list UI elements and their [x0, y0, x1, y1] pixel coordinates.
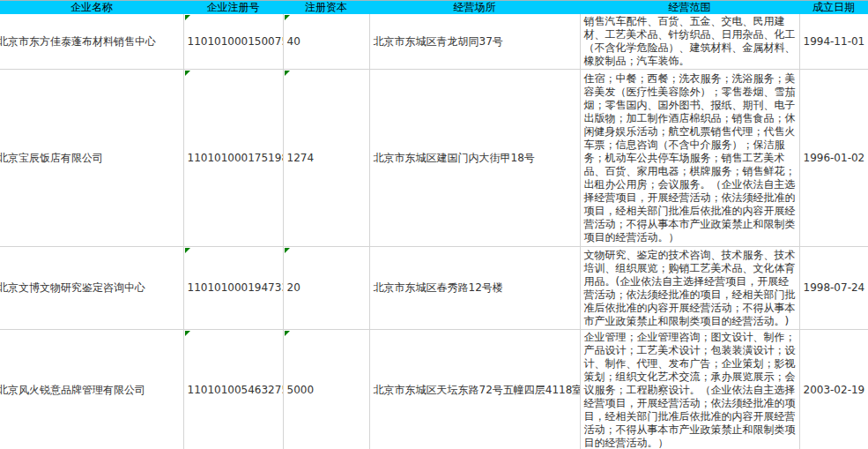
stored-as-text-triangle-icon	[285, 331, 290, 336]
business-scope-text: 销售汽车配件、百货、五金、交电、民用建材、工艺美术品、针纺织品、日用杂品、化工（…	[584, 15, 796, 68]
business-address-text: 北京市东城区青龙胡同37号	[374, 35, 576, 49]
stored-as-text-triangle-icon	[185, 15, 190, 20]
business-scope-text: 文物研究、鉴定的技术咨询、技术服务、技术培训、组织展览；购销工艺美术品、文化体育…	[584, 249, 796, 328]
registered-capital-text: 1274	[287, 152, 366, 165]
cell-registration-number[interactable]: 110101005463275	[183, 330, 283, 449]
registration-number-text: 110101005463275	[188, 384, 279, 397]
establish-date-text: 1996-01-02	[804, 152, 864, 165]
cell-business-address[interactable]: 北京市东城区春秀路12号楼	[369, 247, 580, 330]
cell-business-scope[interactable]: 销售汽车配件、百货、五金、交电、民用建材、工艺美术品、针纺织品、日用杂品、化工（…	[580, 14, 799, 70]
stored-as-text-triangle-icon	[185, 71, 190, 76]
registration-number-text: 110101000150075	[188, 35, 279, 49]
company-name-text: 北京文博文物研究鉴定咨询中心	[0, 281, 180, 295]
cell-company-name[interactable]: 北京文博文物研究鉴定咨询中心	[0, 247, 183, 330]
business-address-text: 北京市东城区春秀路12号楼	[374, 281, 576, 295]
business-address-text: 北京市东城区建国门内大街甲18号	[374, 152, 576, 165]
column-header-business-scope[interactable]: 经营范围	[580, 1, 799, 15]
cell-registration-number[interactable]: 110101000175198	[183, 70, 283, 247]
cell-business-address[interactable]: 北京市东城区建国门内大街甲18号	[369, 70, 580, 247]
cell-establish-date[interactable]: 1996-01-02	[799, 70, 868, 247]
table-row: 北京宝辰饭店有限公司 110101000175198 1274 北京市东城区建国…	[0, 70, 868, 247]
stored-as-text-triangle-icon	[185, 248, 190, 253]
establish-date-text: 1994-11-01	[804, 35, 864, 49]
business-scope-text: 企业管理；企业管理咨询；图文设计、制作；产品设计；工艺美术设计；包装装潢设计；设…	[584, 331, 796, 449]
cell-establish-date[interactable]: 1994-11-01	[799, 14, 868, 70]
table-row: 北京风火锐意品牌管理有限公司 110101005463275 5000 北京市东…	[0, 330, 868, 449]
table-row: 北京市东方佳泰蓬布材料销售中心 110101000150075 40 北京市东城…	[0, 14, 868, 70]
cell-company-name[interactable]: 北京宝辰饭店有限公司	[0, 70, 183, 247]
table-row: 北京文博文物研究鉴定咨询中心 110101000194733 20 北京市东城区…	[0, 247, 868, 330]
cell-registered-capital[interactable]: 20	[283, 247, 369, 330]
registered-capital-text: 40	[287, 35, 366, 49]
cell-registered-capital[interactable]: 1274	[283, 70, 369, 247]
stored-as-text-triangle-icon	[285, 248, 290, 253]
column-header-registration-number[interactable]: 企业注册号	[183, 1, 283, 15]
establish-date-text: 1998-07-24	[804, 281, 864, 295]
company-name-text: 北京宝辰饭店有限公司	[0, 152, 180, 165]
cell-company-name[interactable]: 北京市东方佳泰蓬布材料销售中心	[0, 14, 183, 70]
header-row: 企业名称 企业注册号 注册资本 经营场所 经营范围 成立日期	[0, 1, 868, 15]
column-header-establish-date[interactable]: 成立日期	[799, 1, 868, 15]
registered-capital-text: 5000	[287, 384, 366, 397]
registration-number-text: 110101000194733	[188, 281, 279, 295]
cell-establish-date[interactable]: 2003-02-19	[799, 330, 868, 449]
business-scope-text: 住宿；中餐；西餐；洗衣服务；洗浴服务；美容美发（医疗性美容除外）；零售卷烟、雪茄…	[584, 72, 796, 244]
cell-business-scope[interactable]: 企业管理；企业管理咨询；图文设计、制作；产品设计；工艺美术设计；包装装潢设计；设…	[580, 330, 799, 449]
business-address-text: 北京市东城区天坛东路72号五幢四层4118室	[374, 384, 576, 397]
cell-registered-capital[interactable]: 5000	[283, 330, 369, 449]
cell-business-address[interactable]: 北京市东城区青龙胡同37号	[369, 14, 580, 70]
cell-business-address[interactable]: 北京市东城区天坛东路72号五幢四层4118室	[369, 330, 580, 449]
column-header-registered-capital[interactable]: 注册资本	[283, 1, 369, 15]
cell-business-scope[interactable]: 住宿；中餐；西餐；洗衣服务；洗浴服务；美容美发（医疗性美容除外）；零售卷烟、雪茄…	[580, 70, 799, 247]
cell-registered-capital[interactable]: 40	[283, 14, 369, 70]
column-header-company-name[interactable]: 企业名称	[0, 1, 183, 15]
registration-number-text: 110101000175198	[188, 152, 279, 165]
stored-as-text-triangle-icon	[185, 331, 190, 336]
cell-registration-number[interactable]: 110101000150075	[183, 14, 283, 70]
company-registry-table: 企业名称 企业注册号 注册资本 经营场所 经营范围 成立日期 北京市东方佳泰蓬布…	[0, 0, 868, 449]
company-name-text: 北京市东方佳泰蓬布材料销售中心	[0, 35, 180, 49]
column-header-business-address[interactable]: 经营场所	[369, 1, 580, 15]
registered-capital-text: 20	[287, 281, 366, 295]
cell-registration-number[interactable]: 110101000194733	[183, 247, 283, 330]
stored-as-text-triangle-icon	[285, 15, 290, 20]
company-name-text: 北京风火锐意品牌管理有限公司	[0, 384, 180, 397]
cell-business-scope[interactable]: 文物研究、鉴定的技术咨询、技术服务、技术培训、组织展览；购销工艺美术品、文化体育…	[580, 247, 799, 330]
establish-date-text: 2003-02-19	[804, 384, 864, 397]
cell-company-name[interactable]: 北京风火锐意品牌管理有限公司	[0, 330, 183, 449]
cell-establish-date[interactable]: 1998-07-24	[799, 247, 868, 330]
stored-as-text-triangle-icon	[285, 71, 290, 76]
